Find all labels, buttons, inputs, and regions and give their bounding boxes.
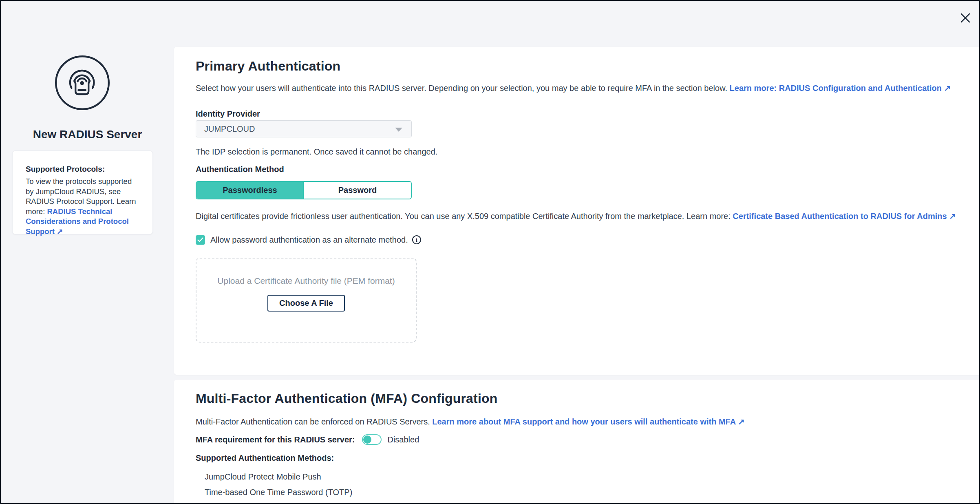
- list-item-mobile-push: JumpCloud Protect Mobile Push: [205, 472, 321, 482]
- toggle-knob: [363, 435, 371, 444]
- primary-authentication-panel: Primary Authentication Select how your u…: [174, 47, 980, 375]
- checkmark-icon: [197, 237, 203, 242]
- identity-provider-label: Identity Provider: [196, 109, 260, 119]
- tab-passwordless[interactable]: Passwordless: [196, 182, 303, 199]
- new-radius-server-modal: { "sidebar": { "title": "New RADIUS Serv…: [0, 0, 980, 504]
- chevron-down-icon: [395, 128, 402, 132]
- auth-method-label: Authentication Method: [196, 164, 284, 174]
- page-title: New RADIUS Server: [1, 128, 174, 141]
- info-icon[interactable]: i: [412, 235, 421, 244]
- radius-server-icon: [48, 49, 117, 117]
- auth-method-segmented-control: Passwordless Password: [196, 181, 412, 199]
- choose-file-button[interactable]: Choose A File: [267, 295, 345, 312]
- radius-config-auth-link[interactable]: Learn more: RADIUS Configuration and Aut…: [730, 84, 951, 93]
- primary-auth-intro: Select how your users will authenticate …: [196, 82, 951, 94]
- close-icon[interactable]: [958, 11, 973, 25]
- primary-auth-heading: Primary Authentication: [196, 58, 340, 74]
- identity-provider-select[interactable]: JUMPCLOUD: [196, 120, 412, 137]
- mfa-configuration-panel: Multi-Factor Authentication (MFA) Config…: [174, 380, 980, 504]
- supported-protocols-text: To view the protocols supported by JumpC…: [26, 177, 140, 237]
- mfa-intro: Multi-Factor Authentication can be enfor…: [196, 416, 745, 428]
- alt-password-row: Allow password authentication as an alte…: [196, 234, 421, 246]
- identity-provider-value: JUMPCLOUD: [204, 124, 255, 134]
- alt-password-label: Allow password authentication as an alte…: [210, 234, 408, 246]
- mfa-learn-more-link[interactable]: Learn more about MFA support and how you…: [432, 417, 744, 426]
- dropzone-placeholder: Upload a Certificate Authority file (PEM…: [196, 275, 416, 287]
- mfa-requirement-label: MFA requirement for this RADIUS server:: [196, 435, 355, 444]
- cert-description: Digital certificates provide frictionles…: [196, 210, 956, 222]
- mfa-heading: Multi-Factor Authentication (MFA) Config…: [196, 391, 498, 406]
- ca-file-dropzone: Upload a Certificate Authority file (PEM…: [196, 258, 417, 343]
- idp-permanent-note: The IDP selection is permanent. Once sav…: [196, 147, 437, 157]
- supported-protocols-card: Supported Protocols: To view the protoco…: [12, 150, 153, 234]
- mfa-toggle-state: Disabled: [387, 435, 419, 444]
- supported-methods-label: Supported Authentication Methods:: [196, 453, 334, 463]
- supported-protocols-heading: Supported Protocols:: [26, 164, 140, 174]
- alt-password-checkbox[interactable]: [196, 235, 205, 245]
- list-item-totp: Time-based One Time Password (TOTP): [205, 487, 352, 497]
- mfa-requirement-row: MFA requirement for this RADIUS server: …: [196, 434, 419, 445]
- close-x-glyph: [960, 12, 971, 24]
- cert-based-auth-link[interactable]: Certificate Based Authentication to RADI…: [733, 212, 956, 221]
- mfa-toggle[interactable]: [362, 434, 382, 445]
- tab-password[interactable]: Password: [303, 182, 411, 199]
